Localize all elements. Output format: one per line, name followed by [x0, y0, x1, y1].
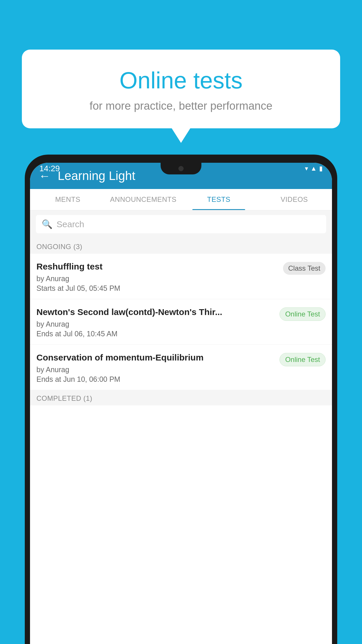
signal-icon: ▲ — [310, 165, 317, 172]
search-icon: 🔍 — [42, 219, 52, 229]
test-badge-class: Class Test — [283, 262, 326, 275]
test-author: by Anurag — [36, 320, 275, 328]
phone-screen: ← Learning Light MENTS ANNOUNCEMENTS TES… — [30, 163, 332, 644]
phone-status-icons: ▾ ▲ ▮ — [305, 165, 323, 172]
phone-notch — [161, 163, 201, 174]
test-info: Reshuffling test by Anurag Starts at Jul… — [36, 261, 279, 293]
search-container: 🔍 Search — [30, 210, 332, 238]
tab-videos[interactable]: VIDEOS — [256, 189, 332, 210]
test-name: Conservation of momentum-Equilibrium — [36, 352, 275, 363]
bubble-subtitle: for more practice, better performance — [36, 100, 326, 112]
test-item[interactable]: Conservation of momentum-Equilibrium by … — [30, 345, 332, 390]
test-list: Reshuffling test by Anurag Starts at Jul… — [30, 254, 332, 644]
test-name: Newton's Second law(contd)-Newton's Thir… — [36, 306, 275, 318]
test-item[interactable]: Reshuffling test by Anurag Starts at Jul… — [30, 254, 332, 299]
test-name: Reshuffling test — [36, 261, 279, 272]
tabs-bar: MENTS ANNOUNCEMENTS TESTS VIDEOS — [30, 189, 332, 210]
test-badge-online: Online Test — [280, 307, 326, 321]
tab-announcements[interactable]: ANNOUNCEMENTS — [106, 189, 181, 210]
battery-icon: ▮ — [319, 165, 323, 172]
wifi-icon: ▾ — [305, 165, 308, 172]
phone-time: 14:29 — [39, 164, 60, 173]
bubble-title: Online tests — [36, 67, 326, 94]
search-box[interactable]: 🔍 Search — [36, 215, 326, 233]
test-info: Newton's Second law(contd)-Newton's Thir… — [36, 306, 275, 338]
test-date: Ends at Jul 06, 10:45 AM — [36, 330, 275, 338]
tab-ments[interactable]: MENTS — [30, 189, 106, 210]
ongoing-section-header: ONGOING (3) — [30, 238, 332, 254]
search-input[interactable]: Search — [57, 219, 84, 229]
test-info: Conservation of momentum-Equilibrium by … — [36, 352, 275, 384]
tab-tests[interactable]: TESTS — [181, 189, 256, 210]
completed-section-header: COMPLETED (1) — [30, 390, 332, 405]
test-item[interactable]: Newton's Second law(contd)-Newton's Thir… — [30, 299, 332, 345]
test-date: Ends at Jun 10, 06:00 PM — [36, 375, 275, 384]
test-author: by Anurag — [36, 365, 275, 374]
test-badge-online: Online Test — [280, 353, 326, 366]
test-author: by Anurag — [36, 274, 279, 283]
speech-bubble: Online tests for more practice, better p… — [22, 50, 340, 128]
phone-status-bar: 14:29 ▾ ▲ ▮ — [25, 160, 337, 177]
phone-camera — [178, 166, 184, 171]
phone-frame: 14:29 ▾ ▲ ▮ ← Learning Light MENTS ANNOU… — [25, 155, 337, 644]
test-date: Starts at Jul 05, 05:45 PM — [36, 284, 279, 293]
